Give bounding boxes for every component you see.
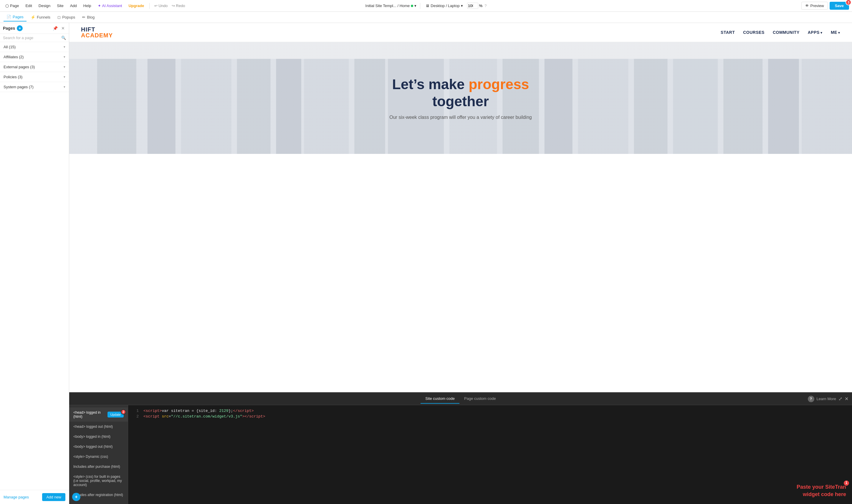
group-system-label: System pages (7)	[3, 85, 34, 89]
sidebar-header: Pages + 📌 ✕	[0, 23, 69, 34]
device-label: Desktop / Laptop	[431, 3, 459, 8]
svg-rect-1	[97, 59, 136, 154]
site-menu-btn[interactable]: Site	[54, 2, 66, 9]
preview-btn[interactable]: 👁 Preview	[801, 2, 828, 10]
group-affiliates-header[interactable]: Affiliates (2) ▾	[0, 52, 69, 62]
svg-rect-3	[181, 59, 231, 154]
save-btn[interactable]: Save 3	[830, 2, 849, 10]
undo-redo-group: ↩ Undo ↪ Redo	[153, 2, 187, 9]
redo-label: Redo	[176, 3, 185, 8]
nav-links: START COURSES COMMUNITY APPS ME	[721, 30, 840, 35]
group-external: External pages (3) ▾	[0, 62, 69, 72]
update-badge: 2	[121, 409, 126, 415]
brand-bottom: ACADEMY	[81, 32, 113, 38]
svg-rect-2	[147, 59, 175, 154]
code-content[interactable]: 1 <script>var sitetran = {site_id: 2129}…	[128, 405, 852, 504]
code-line-2: 2 <script src="//c.sitetran.com/widget/v…	[133, 414, 847, 419]
question-icon: ?	[485, 3, 487, 8]
hero-title-part1: Let’s make	[392, 76, 469, 92]
code-editor-tabs: Site custom code Page custom code ? Lear…	[69, 393, 852, 405]
code-sidebar-item-5[interactable]: Includes after purchase (html)	[69, 462, 128, 472]
edit-menu-btn[interactable]: Edit	[23, 2, 34, 9]
search-input[interactable]	[3, 36, 59, 40]
code-sidebar-item-6[interactable]: <style> (css) for built in pages (i.e so…	[69, 472, 128, 490]
group-system-header[interactable]: System pages (7) ▾	[0, 82, 69, 92]
help-btn[interactable]: ?	[808, 396, 814, 402]
site-label: Site	[57, 3, 63, 8]
group-policies-header[interactable]: Policies (3) ▾	[0, 72, 69, 82]
code-sidebar-item-2[interactable]: <body> logged in (html)	[69, 432, 128, 442]
sidebar-footer: Manage pages Add new	[0, 490, 69, 504]
nav-me[interactable]: ME	[831, 30, 840, 35]
search-icon: 🔍	[61, 36, 66, 40]
undo-label: Undo	[158, 3, 168, 8]
ai-assistant-btn[interactable]: ✦ AI Assistant	[95, 2, 125, 9]
edit-label: Edit	[25, 3, 32, 8]
group-policies-label: Policies (3)	[3, 75, 22, 79]
svg-rect-17	[802, 59, 852, 154]
popups-tab-label: Popups	[62, 15, 75, 19]
design-menu-btn[interactable]: Design	[36, 2, 53, 9]
page-menu-btn[interactable]: ⬡ Page	[3, 2, 21, 10]
group-all: All (15) ▾	[0, 42, 69, 52]
design-label: Design	[39, 3, 50, 8]
undo-icon: ↩	[154, 3, 158, 8]
add-new-page-btn[interactable]: Add new	[42, 493, 65, 501]
add-code-row-btn[interactable]: +	[72, 493, 81, 501]
group-all-label: All (15)	[3, 45, 16, 49]
nav-community[interactable]: COMMUNITY	[773, 30, 800, 35]
line-num-2: 2	[133, 414, 139, 419]
tab-funnels[interactable]: ⚡ Funnels	[28, 13, 53, 21]
upgrade-btn[interactable]: Upgrade	[126, 2, 146, 9]
code-tab-page[interactable]: Page custom code	[459, 394, 501, 404]
brand-logo: HIFT ACADEMY	[81, 26, 113, 38]
learn-more-btn[interactable]: Learn More	[817, 397, 836, 401]
tab-blog[interactable]: ✏ Blog	[79, 13, 98, 21]
close-sidebar-btn[interactable]: ✕	[60, 25, 66, 31]
svg-rect-12	[578, 59, 628, 154]
code-sidebar-item-3[interactable]: <body> logged out (html)	[69, 442, 128, 452]
group-external-label: External pages (3)	[3, 65, 35, 69]
code-sidebar-label-7: Includes after registration (html)	[73, 493, 123, 497]
pin-icon-btn[interactable]: 📌	[52, 25, 59, 31]
manage-pages-btn[interactable]: Manage pages	[3, 495, 29, 499]
tab-pages[interactable]: 📄 Pages	[3, 13, 27, 21]
zoom-input[interactable]	[467, 3, 478, 9]
close-editor-btn[interactable]: ✕	[845, 396, 849, 402]
help-label: Help	[83, 3, 91, 8]
sidebar-title-text: Pages	[3, 26, 15, 31]
svg-rect-7	[354, 59, 385, 154]
code-tab-site[interactable]: Site custom code	[420, 394, 459, 404]
help-menu-btn[interactable]: Help	[81, 2, 94, 9]
nav-courses[interactable]: COURSES	[743, 30, 765, 35]
hero-title-part2: together	[432, 93, 489, 109]
code-sidebar-label-6: <style> (css) for built in pages (i.e so…	[73, 474, 124, 487]
add-menu-btn[interactable]: Add	[68, 2, 79, 9]
toolbar-center: Initial Site Templ... / Home ▾ 🖥 Desktop…	[365, 3, 487, 9]
tab-popups[interactable]: ◻ Popups	[54, 13, 78, 21]
undo-btn[interactable]: ↩ Undo	[153, 2, 169, 9]
chevron-down-icon-policies: ▾	[64, 75, 65, 79]
nav-apps[interactable]: APPS	[808, 30, 822, 35]
code-sidebar-item-0[interactable]: <head> logged in (html) Update 2	[69, 408, 128, 421]
group-all-header[interactable]: All (15) ▾	[0, 42, 69, 52]
code-sidebar-item-4[interactable]: <style> Dynamic (css)	[69, 452, 128, 462]
group-external-header[interactable]: External pages (3) ▾	[0, 62, 69, 72]
brand-top: HIFT	[81, 26, 113, 32]
code-line-1: 1 <script>var sitetran = {site_id: 2129}…	[133, 409, 847, 413]
site-template-selector[interactable]: Initial Site Templ... / Home ▾	[365, 3, 417, 8]
device-selector[interactable]: 🖥 Desktop / Laptop ▾	[424, 3, 465, 9]
redo-btn[interactable]: ↪ Redo	[170, 2, 187, 9]
search-box: 🔍	[0, 34, 69, 42]
line-code-1: <script>var sitetran = {site_id: 2129};<…	[143, 409, 254, 413]
code-sidebar-item-1[interactable]: <head> logged out (html)	[69, 421, 128, 432]
sidebar-add-btn[interactable]: +	[17, 25, 23, 31]
nav-start[interactable]: START	[721, 30, 735, 35]
pages-icon: 📄	[6, 15, 11, 19]
zoom-control: % ?	[467, 3, 487, 9]
code-sidebar-label-2: <body> logged in (html)	[73, 435, 110, 439]
chevron-down-icon-external: ▾	[64, 65, 65, 69]
chevron-down-icon-affiliates: ▾	[64, 55, 65, 59]
update-btn[interactable]: Update 2	[107, 412, 124, 417]
expand-btn[interactable]: ⤢	[838, 396, 842, 402]
